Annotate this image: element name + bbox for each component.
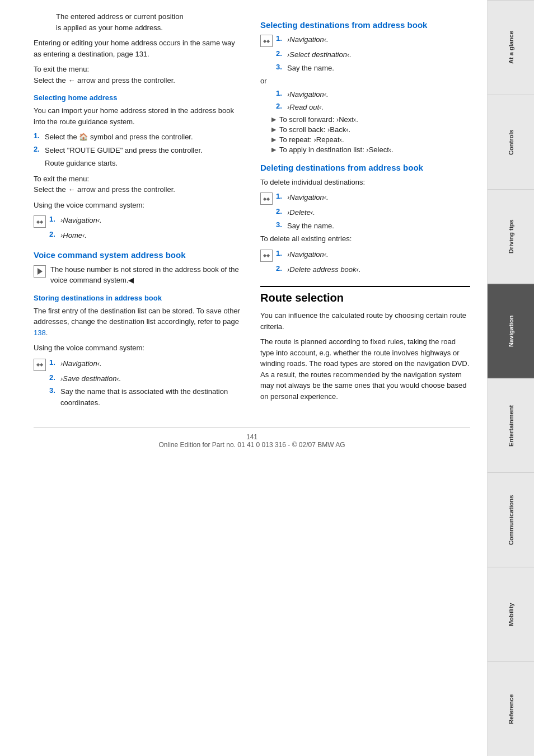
footer-text: Online Edition for Part no. 01 41 0 013 … bbox=[158, 441, 345, 449]
or-label: or bbox=[260, 76, 470, 87]
del-step-1: ◆◆ 1. ›Navigation‹. bbox=[260, 192, 470, 205]
bullet-item-2: ▶ To scroll back: ›Back‹. bbox=[271, 125, 470, 134]
sidebar-tab-mobility[interactable]: Mobility bbox=[488, 567, 534, 661]
route-para1: You can influence the calculated route b… bbox=[260, 310, 470, 332]
sidebar-tab-controls[interactable]: Controls bbox=[488, 95, 534, 189]
footer: 141 Online Edition for Part no. 01 41 0 … bbox=[34, 427, 470, 449]
sel2-step-2: 2. ›Read out‹. bbox=[260, 102, 470, 113]
note-text: The house number is not stored in the ad… bbox=[50, 264, 243, 286]
sel-step-3: 3. Say the name. bbox=[260, 63, 470, 74]
sidebar-tab-driving-tips[interactable]: Driving tips bbox=[488, 189, 534, 284]
triangle-bullet-icon1: ▶ bbox=[271, 116, 276, 123]
voice-cmd-icon3: ◆◆ bbox=[260, 35, 273, 47]
del2-step-2: 2. ›Delete address book‹. bbox=[260, 264, 470, 275]
selecting-home-para: You can import your home address stored … bbox=[34, 105, 243, 127]
exit-menu-label: To exit the menu: Select the ← arrow and… bbox=[34, 64, 243, 86]
voice-cmd-icon2: ◆◆ bbox=[34, 359, 46, 371]
bullet-item-4: ▶ To apply in destination list: ›Select‹… bbox=[271, 145, 470, 154]
scroll-options-list: ▶ To scroll forward: ›Next‹. ▶ To scroll… bbox=[271, 115, 470, 154]
sidebar: At a glance Controls Driving tips Naviga… bbox=[487, 0, 534, 756]
sidebar-tab-communications[interactable]: Communications bbox=[488, 472, 534, 567]
play-triangle-icon bbox=[38, 268, 43, 275]
route-para2: The route is planned according to fixed … bbox=[260, 336, 470, 402]
back-arrow-icon: ← bbox=[68, 76, 75, 84]
left-column: The entered address or current position … bbox=[34, 11, 243, 410]
storing-para1: The first entry of the destination list … bbox=[34, 306, 243, 339]
sel2-step-1: 1. ›Navigation‹. bbox=[260, 89, 470, 100]
route-section-heading: Route selection bbox=[260, 286, 470, 304]
bullet-item-1: ▶ To scroll forward: ›Next‹. bbox=[271, 115, 470, 124]
bullet-item-3: ▶ To repeat: ›Repeat‹. bbox=[271, 135, 470, 144]
voice-cmd-icon1: ◆◆ bbox=[34, 215, 46, 228]
store-step-1: ◆◆ 1. ›Navigation‹. bbox=[34, 358, 243, 371]
home-icon: 🏠 bbox=[79, 133, 88, 141]
sel-step-1: ◆◆ 1. ›Navigation‹. bbox=[260, 34, 470, 47]
sidebar-tab-navigation[interactable]: Navigation bbox=[488, 284, 534, 378]
play-icon bbox=[34, 265, 46, 278]
delete-all-label: To delete all existing entries: bbox=[260, 233, 470, 245]
store-step-2: 2. ›Save destination‹. bbox=[34, 373, 243, 384]
triangle-bullet-icon2: ▶ bbox=[271, 126, 276, 133]
selecting-dest-heading: Selecting destinations from address book bbox=[260, 20, 470, 30]
sidebar-tab-at-a-glance[interactable]: At a glance bbox=[488, 0, 534, 95]
page-number: 141 bbox=[246, 433, 257, 441]
sidebar-tab-entertainment[interactable]: Entertainment bbox=[488, 378, 534, 473]
intro-block: The entered address or current position … bbox=[56, 11, 243, 33]
del-step-2: 2. ›Delete‹. bbox=[260, 207, 470, 218]
store-step-3: 3. Say the name that is associated with … bbox=[34, 386, 243, 408]
exit-menu2: To exit the menu: Select the ← arrow and… bbox=[34, 173, 243, 195]
voice-nav-step-1: ◆◆ 1. ›Navigation‹. bbox=[34, 215, 243, 228]
entering-para: Entering or editing your home address oc… bbox=[34, 37, 243, 59]
selecting-home-heading: Selecting home address bbox=[34, 93, 243, 102]
note-box: The house number is not stored in the ad… bbox=[34, 264, 243, 286]
triangle-bullet-icon4: ▶ bbox=[271, 146, 276, 153]
voice-nav-step-2: 2. ›Home‹. bbox=[34, 230, 243, 241]
voice-cmd-icon5: ◆◆ bbox=[260, 250, 273, 262]
deleting-heading: Deleting destinations from address book bbox=[260, 163, 470, 172]
route-guidance-starts: Route guidance starts. bbox=[45, 158, 243, 169]
delete-individual-label: To delete individual destinations: bbox=[260, 177, 470, 188]
voice-cmd-label: Using the voice command system: bbox=[34, 200, 243, 211]
back-arrow-icon2: ← bbox=[68, 185, 75, 194]
main-content: The entered address or current position … bbox=[0, 0, 487, 756]
storing-heading: Storing destinations in address book bbox=[34, 294, 243, 302]
right-column: Selecting destinations from address book… bbox=[260, 11, 470, 410]
intro-line2: is applied as your home address. bbox=[56, 24, 163, 32]
voice-cmd-system-heading: Voice command system address book bbox=[34, 250, 243, 260]
home-step-1: 1. Select the 🏠 symbol and press the con… bbox=[34, 132, 243, 143]
storing-voice-label: Using the voice command system: bbox=[34, 342, 243, 354]
triangle-bullet-icon3: ▶ bbox=[271, 136, 276, 143]
del-step-3: 3. Say the name. bbox=[260, 220, 470, 232]
home-step-2: 2. Select "ROUTE GUIDE" and press the co… bbox=[34, 145, 243, 156]
intro-line1: The entered address or current position bbox=[56, 12, 184, 21]
voice-cmd-icon4: ◆◆ bbox=[260, 192, 273, 205]
sidebar-tab-reference[interactable]: Reference bbox=[488, 661, 534, 756]
sel-step-2: 2. ›Select destination‹. bbox=[260, 49, 470, 60]
del2-step-1: ◆◆ 1. ›Navigation‹. bbox=[260, 249, 470, 262]
